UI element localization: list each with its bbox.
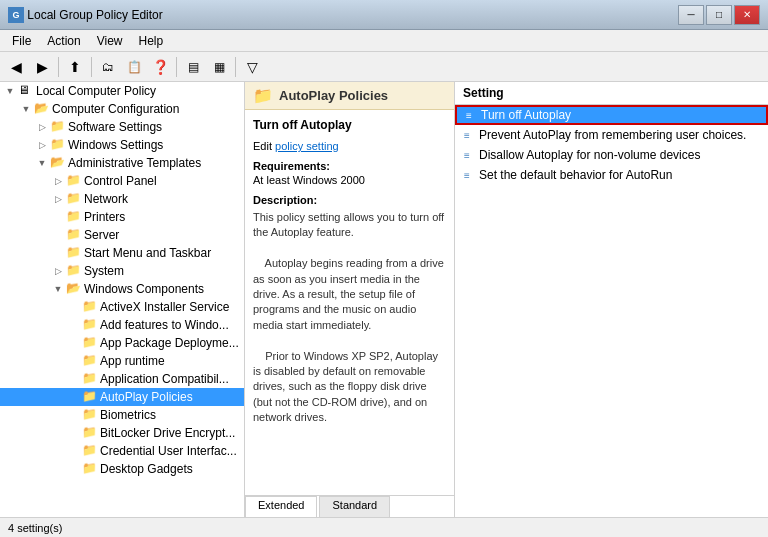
tree-item-app-runtime[interactable]: 📁 App runtime xyxy=(0,352,244,370)
expand-icon xyxy=(66,353,82,369)
edit-text: Edit policy setting xyxy=(253,140,446,152)
tree-label-administrative-templates: Administrative Templates xyxy=(68,156,201,170)
menu-bar: File Action View Help xyxy=(0,30,768,52)
policy-icon: ≡ xyxy=(459,127,475,143)
right-item-prevent-autoplay[interactable]: ≡ Prevent AutoPlay from remembering user… xyxy=(455,125,768,145)
tree-item-biometrics[interactable]: 📁 Biometrics xyxy=(0,406,244,424)
tree-item-system[interactable]: ▷ 📁 System xyxy=(0,262,244,280)
app-icon: G xyxy=(8,7,24,23)
right-item-label-turn-off-autoplay: Turn off Autoplay xyxy=(481,108,571,122)
toolbar: ◀ ▶ ⬆ 🗂 📋 ❓ ▤ ▦ ▽ xyxy=(0,52,768,82)
tab-extended[interactable]: Extended xyxy=(245,496,317,517)
close-button[interactable]: ✕ xyxy=(734,5,760,25)
description-text: This policy setting allows you to turn o… xyxy=(253,210,446,425)
tree-item-credential-ui[interactable]: 📁 Credential User Interfac... xyxy=(0,442,244,460)
expand-icon xyxy=(66,299,82,315)
tree-item-start-menu[interactable]: 📁 Start Menu and Taskbar xyxy=(0,244,244,262)
tree-item-windows-components[interactable]: ▼ 📂 Windows Components xyxy=(0,280,244,298)
minimize-button[interactable]: ─ xyxy=(678,5,704,25)
tree-panel: ▼ 🖥 Local Computer Policy ▼ 📂 Computer C… xyxy=(0,82,245,517)
menu-view[interactable]: View xyxy=(89,32,131,50)
expand-icon xyxy=(66,335,82,351)
properties-button[interactable]: 📋 xyxy=(122,55,146,79)
expand-icon xyxy=(66,443,82,459)
toolbar-sep-1 xyxy=(58,57,59,77)
menu-action[interactable]: Action xyxy=(39,32,88,50)
tab-standard[interactable]: Standard xyxy=(319,496,390,517)
expand-icon: ▷ xyxy=(50,191,66,207)
tree-item-software-settings[interactable]: ▷ 📁 Software Settings xyxy=(0,118,244,136)
toolbar-sep-4 xyxy=(235,57,236,77)
tree-item-autoplay[interactable]: 📁 AutoPlay Policies xyxy=(0,388,244,406)
tree-label-server: Server xyxy=(84,228,119,242)
requirements-label: Requirements: xyxy=(253,160,446,172)
expand-icon: ▼ xyxy=(50,281,66,297)
policy-icon: ≡ xyxy=(459,167,475,183)
expand-icon xyxy=(66,389,82,405)
tree-label-computer-configuration: Computer Configuration xyxy=(52,102,179,116)
right-item-turn-off-autoplay[interactable]: ≡ Turn off Autoplay xyxy=(455,105,768,125)
tree-item-administrative-templates[interactable]: ▼ 📂 Administrative Templates xyxy=(0,154,244,172)
tree-item-add-features[interactable]: 📁 Add features to Windo... xyxy=(0,316,244,334)
folder-icon: 📁 xyxy=(82,425,98,441)
tree-label-add-features: Add features to Windo... xyxy=(100,318,229,332)
expand-icon: ▷ xyxy=(34,137,50,153)
tree-label-biometrics: Biometrics xyxy=(100,408,156,422)
toolbar-sep-2 xyxy=(91,57,92,77)
folder-header-icon: 📁 xyxy=(253,86,273,105)
middle-header: 📁 AutoPlay Policies xyxy=(245,82,454,110)
maximize-button[interactable]: □ xyxy=(706,5,732,25)
right-item-label-prevent-autoplay: Prevent AutoPlay from remembering user c… xyxy=(479,128,746,142)
policy-icon: ≡ xyxy=(459,147,475,163)
right-item-disallow-autoplay[interactable]: ≡ Disallow Autoplay for non-volume devic… xyxy=(455,145,768,165)
right-item-set-default[interactable]: ≡ Set the default behavior for AutoRun xyxy=(455,165,768,185)
folder-icon: 📁 xyxy=(66,191,82,207)
window-controls: ─ □ ✕ xyxy=(678,5,760,25)
tree-item-activex[interactable]: 📁 ActiveX Installer Service xyxy=(0,298,244,316)
tree-item-control-panel[interactable]: ▷ 📁 Control Panel xyxy=(0,172,244,190)
tree-label-app-runtime: App runtime xyxy=(100,354,165,368)
folder-icon: 📁 xyxy=(82,389,98,405)
tree-item-desktop-gadgets[interactable]: 📁 Desktop Gadgets xyxy=(0,460,244,478)
up-button[interactable]: ⬆ xyxy=(63,55,87,79)
tree-item-printers[interactable]: 📁 Printers xyxy=(0,208,244,226)
folder-icon: 📁 xyxy=(82,335,98,351)
tree-label-desktop-gadgets: Desktop Gadgets xyxy=(100,462,193,476)
show-hide-button[interactable]: 🗂 xyxy=(96,55,120,79)
tree-label-windows-components: Windows Components xyxy=(84,282,204,296)
expand-icon xyxy=(66,317,82,333)
policy-link[interactable]: policy setting xyxy=(275,140,339,152)
tree-item-local-computer-policy[interactable]: ▼ 🖥 Local Computer Policy xyxy=(0,82,244,100)
tree-item-bitlocker[interactable]: 📁 BitLocker Drive Encrypt... xyxy=(0,424,244,442)
view2-button[interactable]: ▦ xyxy=(207,55,231,79)
status-bar: 4 setting(s) xyxy=(0,517,768,537)
folder-open-icon: 📂 xyxy=(50,155,66,171)
help-button[interactable]: ❓ xyxy=(148,55,172,79)
tree-item-app-package[interactable]: 📁 App Package Deployme... xyxy=(0,334,244,352)
menu-help[interactable]: Help xyxy=(131,32,172,50)
menu-file[interactable]: File xyxy=(4,32,39,50)
tree-item-server[interactable]: 📁 Server xyxy=(0,226,244,244)
expand-icon: ▼ xyxy=(34,155,50,171)
expand-icon: ▷ xyxy=(50,263,66,279)
back-button[interactable]: ◀ xyxy=(4,55,28,79)
view-button[interactable]: ▤ xyxy=(181,55,205,79)
folder-icon: 📁 xyxy=(82,443,98,459)
tree-label-app-compat: Application Compatibil... xyxy=(100,372,229,386)
tree-label-printers: Printers xyxy=(84,210,125,224)
title-bar-title: Local Group Policy Editor xyxy=(27,8,162,22)
policy-icon: ≡ xyxy=(461,107,477,123)
folder-icon: 📁 xyxy=(82,353,98,369)
filter-button[interactable]: ▽ xyxy=(240,55,264,79)
computer-icon: 🖥 xyxy=(18,83,34,99)
tree-item-computer-configuration[interactable]: ▼ 📂 Computer Configuration xyxy=(0,100,244,118)
folder-icon: 📁 xyxy=(82,317,98,333)
tree-item-app-compat[interactable]: 📁 Application Compatibil... xyxy=(0,370,244,388)
folder-icon: 📁 xyxy=(50,119,66,135)
expand-icon xyxy=(66,407,82,423)
forward-button[interactable]: ▶ xyxy=(30,55,54,79)
tree-item-network[interactable]: ▷ 📁 Network xyxy=(0,190,244,208)
tree-content: ▼ 🖥 Local Computer Policy ▼ 📂 Computer C… xyxy=(0,82,244,482)
expand-icon xyxy=(66,371,82,387)
tree-item-windows-settings[interactable]: ▷ 📁 Windows Settings xyxy=(0,136,244,154)
